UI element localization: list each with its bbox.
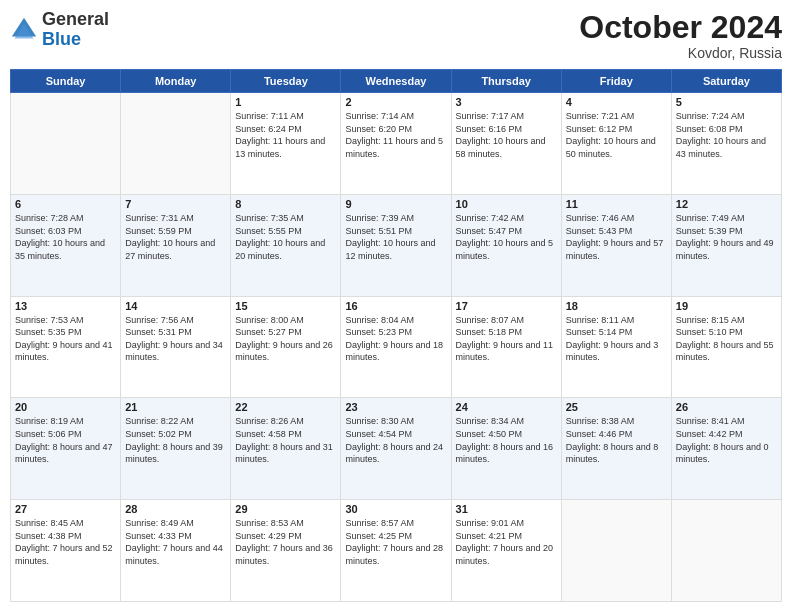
day-number: 30 — [345, 503, 446, 515]
day-info: Sunrise: 8:30 AM Sunset: 4:54 PM Dayligh… — [345, 415, 446, 465]
day-info: Sunrise: 8:04 AM Sunset: 5:23 PM Dayligh… — [345, 314, 446, 364]
day-info: Sunrise: 8:00 AM Sunset: 5:27 PM Dayligh… — [235, 314, 336, 364]
table-row: 22Sunrise: 8:26 AM Sunset: 4:58 PM Dayli… — [231, 398, 341, 500]
table-row: 1Sunrise: 7:11 AM Sunset: 6:24 PM Daylig… — [231, 93, 341, 195]
day-info: Sunrise: 8:15 AM Sunset: 5:10 PM Dayligh… — [676, 314, 777, 364]
day-number: 10 — [456, 198, 557, 210]
day-number: 7 — [125, 198, 226, 210]
col-sunday: Sunday — [11, 70, 121, 93]
day-info: Sunrise: 7:28 AM Sunset: 6:03 PM Dayligh… — [15, 212, 116, 262]
day-info: Sunrise: 8:49 AM Sunset: 4:33 PM Dayligh… — [125, 517, 226, 567]
day-number: 20 — [15, 401, 116, 413]
col-tuesday: Tuesday — [231, 70, 341, 93]
day-info: Sunrise: 8:19 AM Sunset: 5:06 PM Dayligh… — [15, 415, 116, 465]
table-row: 23Sunrise: 8:30 AM Sunset: 4:54 PM Dayli… — [341, 398, 451, 500]
table-row: 11Sunrise: 7:46 AM Sunset: 5:43 PM Dayli… — [561, 194, 671, 296]
logo-text: General Blue — [42, 10, 109, 50]
table-row: 7Sunrise: 7:31 AM Sunset: 5:59 PM Daylig… — [121, 194, 231, 296]
day-info: Sunrise: 8:11 AM Sunset: 5:14 PM Dayligh… — [566, 314, 667, 364]
day-number: 25 — [566, 401, 667, 413]
table-row: 25Sunrise: 8:38 AM Sunset: 4:46 PM Dayli… — [561, 398, 671, 500]
table-row: 24Sunrise: 8:34 AM Sunset: 4:50 PM Dayli… — [451, 398, 561, 500]
table-row: 28Sunrise: 8:49 AM Sunset: 4:33 PM Dayli… — [121, 500, 231, 602]
day-info: Sunrise: 8:22 AM Sunset: 5:02 PM Dayligh… — [125, 415, 226, 465]
title-block: October 2024 Kovdor, Russia — [579, 10, 782, 61]
col-saturday: Saturday — [671, 70, 781, 93]
month-title: October 2024 — [579, 10, 782, 45]
table-row — [11, 93, 121, 195]
calendar-header-row: Sunday Monday Tuesday Wednesday Thursday… — [11, 70, 782, 93]
table-row: 5Sunrise: 7:24 AM Sunset: 6:08 PM Daylig… — [671, 93, 781, 195]
day-number: 23 — [345, 401, 446, 413]
day-number: 16 — [345, 300, 446, 312]
table-row: 31Sunrise: 9:01 AM Sunset: 4:21 PM Dayli… — [451, 500, 561, 602]
day-number: 11 — [566, 198, 667, 210]
table-row: 4Sunrise: 7:21 AM Sunset: 6:12 PM Daylig… — [561, 93, 671, 195]
logo-blue: Blue — [42, 29, 81, 49]
day-number: 8 — [235, 198, 336, 210]
day-number: 19 — [676, 300, 777, 312]
day-info: Sunrise: 7:39 AM Sunset: 5:51 PM Dayligh… — [345, 212, 446, 262]
table-row: 17Sunrise: 8:07 AM Sunset: 5:18 PM Dayli… — [451, 296, 561, 398]
table-row: 2Sunrise: 7:14 AM Sunset: 6:20 PM Daylig… — [341, 93, 451, 195]
table-row: 6Sunrise: 7:28 AM Sunset: 6:03 PM Daylig… — [11, 194, 121, 296]
table-row: 26Sunrise: 8:41 AM Sunset: 4:42 PM Dayli… — [671, 398, 781, 500]
day-number: 27 — [15, 503, 116, 515]
day-info: Sunrise: 8:07 AM Sunset: 5:18 PM Dayligh… — [456, 314, 557, 364]
day-info: Sunrise: 7:46 AM Sunset: 5:43 PM Dayligh… — [566, 212, 667, 262]
day-number: 2 — [345, 96, 446, 108]
day-info: Sunrise: 7:42 AM Sunset: 5:47 PM Dayligh… — [456, 212, 557, 262]
day-number: 4 — [566, 96, 667, 108]
day-info: Sunrise: 7:17 AM Sunset: 6:16 PM Dayligh… — [456, 110, 557, 160]
calendar-table: Sunday Monday Tuesday Wednesday Thursday… — [10, 69, 782, 602]
table-row: 29Sunrise: 8:53 AM Sunset: 4:29 PM Dayli… — [231, 500, 341, 602]
day-info: Sunrise: 8:38 AM Sunset: 4:46 PM Dayligh… — [566, 415, 667, 465]
col-wednesday: Wednesday — [341, 70, 451, 93]
table-row: 12Sunrise: 7:49 AM Sunset: 5:39 PM Dayli… — [671, 194, 781, 296]
col-thursday: Thursday — [451, 70, 561, 93]
table-row: 19Sunrise: 8:15 AM Sunset: 5:10 PM Dayli… — [671, 296, 781, 398]
day-info: Sunrise: 8:57 AM Sunset: 4:25 PM Dayligh… — [345, 517, 446, 567]
day-info: Sunrise: 7:49 AM Sunset: 5:39 PM Dayligh… — [676, 212, 777, 262]
day-number: 15 — [235, 300, 336, 312]
day-number: 28 — [125, 503, 226, 515]
day-number: 6 — [15, 198, 116, 210]
day-info: Sunrise: 8:26 AM Sunset: 4:58 PM Dayligh… — [235, 415, 336, 465]
day-number: 14 — [125, 300, 226, 312]
day-number: 1 — [235, 96, 336, 108]
table-row — [121, 93, 231, 195]
day-info: Sunrise: 8:41 AM Sunset: 4:42 PM Dayligh… — [676, 415, 777, 465]
table-row: 13Sunrise: 7:53 AM Sunset: 5:35 PM Dayli… — [11, 296, 121, 398]
day-number: 26 — [676, 401, 777, 413]
table-row: 20Sunrise: 8:19 AM Sunset: 5:06 PM Dayli… — [11, 398, 121, 500]
logo: General Blue — [10, 10, 109, 50]
col-friday: Friday — [561, 70, 671, 93]
table-row: 16Sunrise: 8:04 AM Sunset: 5:23 PM Dayli… — [341, 296, 451, 398]
day-number: 18 — [566, 300, 667, 312]
day-number: 9 — [345, 198, 446, 210]
day-info: Sunrise: 8:45 AM Sunset: 4:38 PM Dayligh… — [15, 517, 116, 567]
day-info: Sunrise: 7:35 AM Sunset: 5:55 PM Dayligh… — [235, 212, 336, 262]
day-number: 3 — [456, 96, 557, 108]
day-info: Sunrise: 8:34 AM Sunset: 4:50 PM Dayligh… — [456, 415, 557, 465]
col-monday: Monday — [121, 70, 231, 93]
table-row: 3Sunrise: 7:17 AM Sunset: 6:16 PM Daylig… — [451, 93, 561, 195]
logo-general: General — [42, 9, 109, 29]
day-number: 12 — [676, 198, 777, 210]
table-row: 15Sunrise: 8:00 AM Sunset: 5:27 PM Dayli… — [231, 296, 341, 398]
table-row — [671, 500, 781, 602]
table-row: 14Sunrise: 7:56 AM Sunset: 5:31 PM Dayli… — [121, 296, 231, 398]
day-info: Sunrise: 7:11 AM Sunset: 6:24 PM Dayligh… — [235, 110, 336, 160]
location-subtitle: Kovdor, Russia — [579, 45, 782, 61]
day-info: Sunrise: 7:24 AM Sunset: 6:08 PM Dayligh… — [676, 110, 777, 160]
table-row — [561, 500, 671, 602]
day-info: Sunrise: 7:21 AM Sunset: 6:12 PM Dayligh… — [566, 110, 667, 160]
day-info: Sunrise: 7:31 AM Sunset: 5:59 PM Dayligh… — [125, 212, 226, 262]
day-number: 13 — [15, 300, 116, 312]
generalblue-logo-icon — [10, 16, 38, 44]
day-number: 22 — [235, 401, 336, 413]
day-number: 24 — [456, 401, 557, 413]
table-row: 27Sunrise: 8:45 AM Sunset: 4:38 PM Dayli… — [11, 500, 121, 602]
day-info: Sunrise: 9:01 AM Sunset: 4:21 PM Dayligh… — [456, 517, 557, 567]
day-info: Sunrise: 7:53 AM Sunset: 5:35 PM Dayligh… — [15, 314, 116, 364]
